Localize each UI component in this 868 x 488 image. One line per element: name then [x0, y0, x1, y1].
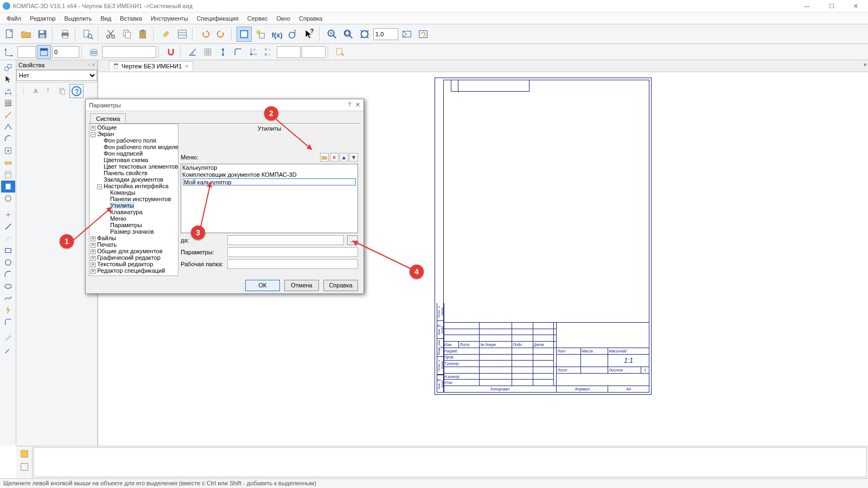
open-button[interactable] — [18, 27, 34, 42]
bolt-tool-icon[interactable] — [1, 304, 15, 316]
ortho-button[interactable] — [216, 45, 230, 59]
arc-tab-icon[interactable] — [1, 133, 15, 145]
menu-moveup-button[interactable]: ▲ — [340, 153, 348, 162]
layer-input[interactable] — [52, 46, 79, 58]
circle-tool-icon[interactable] — [1, 256, 15, 268]
menu-remove-button[interactable]: × — [330, 153, 339, 162]
layers-button[interactable] — [237, 27, 252, 42]
tree-node-bg-model[interactable]: Фон рабочего поля моделей — [97, 144, 178, 150]
command-browse-button[interactable]: ... — [347, 235, 358, 245]
tree-node-iconsize[interactable]: Размер значков — [104, 228, 178, 235]
menu-help[interactable]: Справка — [295, 14, 327, 23]
menu-window[interactable]: Окно — [272, 14, 295, 23]
variables-button[interactable] — [253, 27, 268, 42]
tree-node-colorscheme[interactable]: Цветовая схема — [97, 157, 178, 163]
tree-node-bg-text[interactable]: Фон надписей — [97, 150, 178, 157]
copy-button[interactable] — [119, 27, 135, 42]
help-pointer-button[interactable]: ? — [302, 27, 317, 42]
layer-stack-button[interactable] — [87, 45, 101, 59]
document-tab-close-icon[interactable]: × — [184, 63, 189, 69]
prop-copy-icon[interactable] — [56, 85, 68, 97]
menu-spec[interactable]: Спецификация — [193, 14, 243, 23]
tree-node-menu[interactable]: Меню — [104, 215, 178, 222]
tree-node-proppanel[interactable]: Панель свойств — [97, 170, 178, 176]
prop-text-icon[interactable]: A — [30, 85, 42, 97]
zoom-window-button[interactable] — [341, 27, 356, 42]
workdir-input[interactable] — [227, 259, 358, 269]
menu-editor[interactable]: Редактор — [25, 14, 60, 23]
line-tool-icon[interactable] — [1, 221, 15, 233]
tree-node-ui-setup[interactable]: −Настройка интерфейса Команды Панели инс… — [97, 183, 178, 235]
ellipse-tool-icon[interactable] — [1, 280, 15, 292]
tree-node-doctabs[interactable]: Закладки документов — [97, 176, 178, 183]
tree-node-spec-editor[interactable]: +Редактор спецификаций — [91, 267, 178, 274]
menu-view[interactable]: Вид — [96, 14, 116, 23]
local-cs-button[interactable]: + — [246, 45, 260, 59]
zoom-input[interactable] — [373, 28, 398, 40]
current-layer-input[interactable] — [102, 46, 156, 58]
tree-node-bg-work[interactable]: Фон рабочего поля — [97, 137, 178, 144]
fillet-tool-icon[interactable] — [1, 316, 15, 328]
insert-tab-icon[interactable] — [1, 192, 15, 204]
extend-tool-icon[interactable] — [1, 344, 15, 356]
refresh-view-button[interactable] — [416, 27, 431, 42]
tree-node-commands[interactable]: Команды — [104, 189, 178, 196]
menu-add-button[interactable] — [320, 153, 329, 162]
preview-button[interactable] — [80, 27, 95, 42]
tree-node-keyboard[interactable]: Клавиатура — [104, 209, 178, 215]
settings-tree[interactable]: +Общие −Экран Фон рабочего поля Фон рабо… — [89, 124, 178, 276]
zoom-prev-button[interactable] — [399, 27, 414, 42]
tree-node-common[interactable]: +Общие — [91, 124, 178, 131]
annotation-tab-icon[interactable] — [1, 121, 15, 133]
function-button[interactable]: f(x) — [269, 27, 284, 42]
cursor-xy-button[interactable] — [2, 45, 16, 59]
list-item[interactable]: Комплектовщик документов КОМПАС-3D — [181, 171, 358, 178]
view-style-input[interactable] — [17, 46, 36, 58]
dialog-tab-system[interactable]: Система — [90, 113, 126, 124]
dialog-help-icon[interactable]: ? — [348, 101, 351, 108]
menu-file[interactable]: Файл — [2, 14, 25, 23]
save-button[interactable] — [35, 27, 50, 42]
properties-object-select[interactable]: Нет — [16, 70, 97, 81]
cut-button[interactable] — [103, 27, 118, 42]
prop-hand-icon[interactable] — [43, 85, 55, 97]
round-button[interactable] — [231, 45, 245, 59]
document-tab[interactable]: Чертеж БЕЗ ИМЕНИ1 × — [109, 61, 193, 71]
dialog-close-icon[interactable]: ✕ — [355, 101, 360, 108]
tree-node-textcolor[interactable]: Цвет текстовых элементов — [97, 163, 178, 170]
tree-node-utilities[interactable]: Утилиты — [104, 202, 178, 209]
redo-button[interactable] — [214, 27, 229, 42]
coords-yx-button[interactable]: Y→X→ — [261, 45, 276, 59]
offset-tool-icon[interactable] — [1, 332, 15, 344]
command-input[interactable] — [227, 235, 344, 245]
list-item-editing[interactable] — [182, 178, 357, 186]
arc-tool-icon[interactable] — [1, 268, 15, 280]
aux-line-tool-icon[interactable] — [1, 233, 15, 245]
print-button[interactable] — [58, 27, 73, 42]
window-maximize-button[interactable]: ☐ — [819, 0, 844, 12]
rebuild-button[interactable]: 2 — [285, 27, 301, 42]
window-close-button[interactable]: ✕ — [844, 0, 868, 12]
format-paint-button[interactable] — [158, 27, 174, 42]
angle-snap-button[interactable] — [186, 45, 200, 59]
utilities-listbox[interactable]: Калькулятор Комплектовщик документов КОМ… — [181, 164, 358, 233]
list-item-edit-input[interactable] — [183, 178, 356, 185]
coord-x-input[interactable] — [277, 46, 301, 58]
menu-select[interactable]: Выделить — [60, 14, 96, 23]
rect-tool-icon[interactable] — [1, 245, 15, 256]
tree-node-params[interactable]: Параметры — [104, 222, 178, 228]
geometry-tab-icon[interactable] — [1, 61, 15, 73]
menu-insert[interactable]: Вставка — [116, 14, 146, 23]
tree-node-print[interactable]: +Печать — [91, 241, 178, 248]
spline-tool-icon[interactable] — [1, 292, 15, 304]
hatch-tab-icon[interactable] — [1, 97, 15, 109]
zoom-fit-button[interactable] — [357, 27, 372, 42]
tree-node-graph-editor[interactable]: +Графический редактор — [91, 254, 178, 261]
panel-pin-close-icon[interactable]: ▫ × — [88, 62, 95, 68]
tree-node-docs-common[interactable]: +Общие для документов — [91, 248, 178, 254]
coord-y-input[interactable] — [302, 46, 326, 58]
parametric-tab-icon[interactable] — [1, 145, 15, 157]
dialog-cancel-button[interactable]: Отмена — [284, 280, 319, 291]
reports-tab-icon[interactable] — [1, 181, 15, 192]
list-item[interactable]: Калькулятор — [181, 164, 358, 171]
